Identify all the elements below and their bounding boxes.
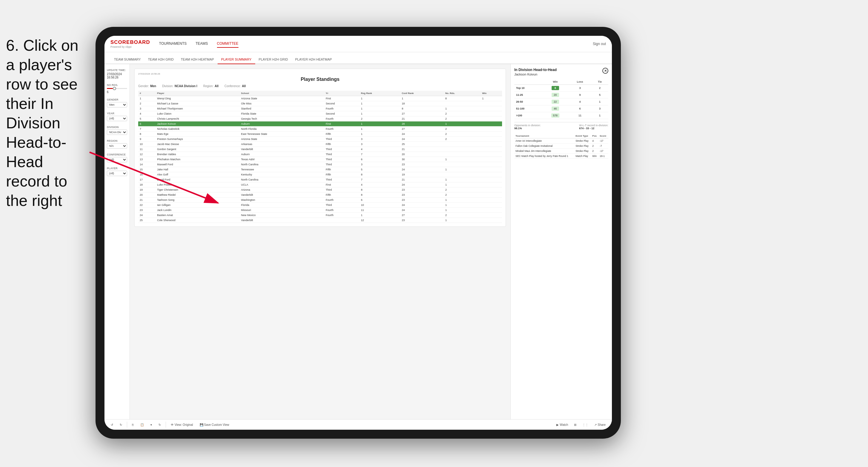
table-row[interactable]: 13 Phichaksn Maichon Texas A&M Third 6 3… [138,157,502,162]
table-row[interactable]: 9 Preston Summerhays Arizona State Third… [138,137,502,142]
table-row[interactable]: 5 Christo Lamprecht Georgia Tech Fourth … [138,116,502,121]
table-row[interactable]: 24 Bastien Amat New Mexico Fourth 1 27 2 [138,213,502,218]
table-row[interactable]: 6 Jackson Koivun Auburn First 1 28 1 [138,121,502,127]
grid-button[interactable]: ⋮⋮ [581,422,590,427]
h2h-tie: 1 [591,98,608,105]
cell-school: Arkansas [240,142,324,147]
cell-rds: 1 [444,218,481,223]
region-select[interactable]: N/A [107,143,127,149]
cell-conf: 24 [400,137,444,142]
table-row[interactable]: 14 Maxwell Ford North Carolina Third 3 2… [138,162,502,167]
gender-select[interactable]: Men [107,102,127,107]
player-select[interactable]: (All) [107,171,127,176]
h2h-loss: 4 [569,98,591,105]
division-filter-value: NCAA Division I [175,85,197,88]
division-select[interactable]: NCAA Division I [107,129,127,135]
table-row[interactable]: 18 Luke Powell UCLA First 4 24 1 [138,182,502,187]
cell-rank: 25 [138,218,156,223]
tour-pos: 2 [591,149,598,154]
col-yr: Yr [324,91,360,96]
layout-button[interactable]: ⊞ [572,422,578,427]
tab-team-h2h-heatmap[interactable]: TEAM H2H HEATMAP [177,55,218,64]
tournament-row: Fallon Oak Collegiate Invitational Strok… [514,144,608,149]
conference-filter: Conference: All [224,85,246,88]
cell-rds: 1 [444,182,481,187]
tab-team-h2h-grid[interactable]: TEAM H2H GRID [145,55,177,64]
cell-reg: 1 [360,101,400,106]
tab-team-summary[interactable]: TEAM SUMMARY [111,55,145,64]
player-section: Player (All) [107,167,127,176]
view-original-button[interactable]: 👁 View: Original [169,422,195,427]
cell-win [480,132,502,137]
slider-thumb[interactable] [113,87,116,90]
cell-win [480,197,502,203]
table-row[interactable]: 15 Jake Hall Tennessee Fifth 5 24 1 [138,167,502,172]
undo-button[interactable]: ↺ [109,422,115,427]
cell-reg: 4 [360,182,400,187]
cell-yr: Third [324,152,360,157]
table-row[interactable]: 1 Wenyi Ding Arizona State First 1 1 8 1 [138,96,502,101]
table-row[interactable]: 10 Jacob Mac Diesse Arkansas Fifth 3 25 [138,142,502,147]
paste-button[interactable]: 📋 [138,422,146,427]
cell-school: New Mexico [240,213,324,218]
table-row[interactable]: 7 Nicholas Gabrelcik North Florida Fourt… [138,127,502,132]
save-custom-button[interactable]: 💾 Save Custom View [198,422,231,427]
region-label: Region [107,139,127,142]
cell-rds: 2 [444,132,481,137]
conference-select[interactable]: (All) [107,157,127,162]
cell-player: Preston Summerhays [156,137,239,142]
h2h-stats-row: Opponents in division: 98.1% W-L-T recor… [514,122,608,131]
cell-rds [444,142,481,147]
no-rds-slider[interactable] [107,88,127,89]
close-panel-button[interactable]: ✕ [602,68,608,74]
year-select[interactable]: (All) [107,116,127,121]
cell-rank: 13 [138,157,156,162]
nav-committee[interactable]: COMMITTEE [217,40,239,48]
cell-reg: 8 [360,172,400,177]
cell-yr: Third [324,177,360,182]
table-row[interactable]: 19 Tiger Christensen Arizona Third 8 23 … [138,187,502,192]
table-row[interactable]: 11 Gordon Sargent Vanderbilt Third 4 21 [138,147,502,152]
table-row[interactable]: 2 Michael La Sasse Ole Miss Second 1 18 [138,101,502,106]
cell-yr: Third [324,137,360,142]
copy-button[interactable]: ⎘ [130,422,135,427]
col-reg-rank: Reg Rank [360,91,400,96]
cell-reg: 5 [360,167,400,172]
logo-scoreboard: SCOREBOARD [111,39,150,45]
more-button[interactable]: ▾ [149,422,154,427]
nav-teams[interactable]: TEAMS [195,40,208,48]
sign-out-button[interactable]: Sign out [593,42,606,46]
wlt-label: W-L-T record in-division: [579,124,608,127]
cell-rds: 1 [444,121,481,127]
tab-player-h2h-heatmap[interactable]: PLAYER H2H HEATMAP [291,55,336,64]
table-row[interactable]: 16 Alex Goff Kentucky Fifth 8 19 [138,172,502,177]
table-row[interactable]: 8 Mats Ege East Tennessee State Fifth 1 … [138,132,502,137]
table-row[interactable]: 4 Luke Claton Florida State Second 1 27 … [138,111,502,116]
cell-reg: 1 [360,106,400,111]
table-row[interactable]: 22 Ian Gilligan Florida Third 10 24 1 [138,203,502,208]
cell-win [480,213,502,218]
h2h-row: >100 578 11 1 [514,112,608,119]
table-row[interactable]: 3 Michael Thorbjornsen Stanford Fourth 1… [138,106,502,111]
cell-rank: 8 [138,132,156,137]
tour-pos: 2 [591,144,598,149]
tab-player-summary[interactable]: PLAYER SUMMARY [218,55,255,64]
region-filter-label: Region: [203,85,213,88]
table-row[interactable]: 12 Brendan Valdes Auburn Third 7 20 [138,152,502,157]
cell-yr: Second [324,101,360,106]
table-row[interactable]: 21 Taehoon Song Washington Fourth 6 23 1 [138,197,502,203]
watch-button[interactable]: ▶ Watch [555,422,570,427]
cell-school: East Tennessee State [240,132,324,137]
tab-player-h2h-grid[interactable]: PLAYER H2H GRID [255,55,291,64]
redo-button[interactable]: ↻ [118,422,124,427]
table-row[interactable]: 20 Matthew Riedel Vanderbilt Fifth 8 23 … [138,192,502,197]
cell-rank: 22 [138,203,156,208]
share-button[interactable]: ↗ Share [592,422,608,427]
nav-tournaments[interactable]: TOURNAMENTS [159,40,187,48]
table-row[interactable]: 17 David Ford North Carolina Third 7 21 … [138,177,502,182]
h2h-loss: 11 [569,112,591,119]
cell-rds [444,147,481,152]
table-row[interactable]: 23 Jack Lundin Missouri Fourth 11 24 1 [138,208,502,213]
table-row[interactable]: 25 Cole Sherwood Vanderbilt 12 23 1 [138,218,502,223]
refresh-button[interactable]: ↻ [157,422,163,427]
